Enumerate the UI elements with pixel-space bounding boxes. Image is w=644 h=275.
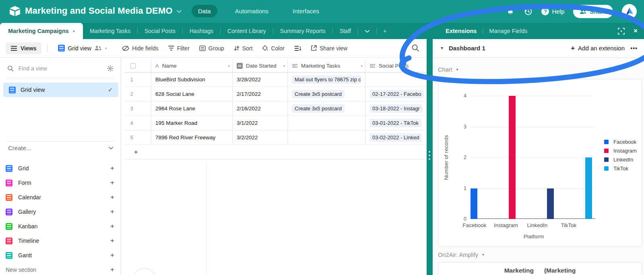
create-kanban-view[interactable]: Kanban+: [0, 219, 121, 234]
nav-interfaces[interactable]: Interfaces: [286, 5, 326, 17]
tab-summary-reports[interactable]: Summary Reports: [273, 28, 332, 34]
cell-social-posts[interactable]: 02-17-2022 - Facebo: [365, 87, 427, 101]
table-row[interactable]: 1 BlueBird Subdivision 3/28/2022 Mail ou…: [125, 72, 427, 87]
cell-social-posts[interactable]: [365, 72, 427, 87]
tab-hashtags[interactable]: Hashtags: [183, 28, 220, 34]
add-icon[interactable]: +: [110, 164, 114, 172]
dashboard-title[interactable]: Dashboard 1: [449, 45, 485, 52]
cell-marketing-tasks[interactable]: [288, 130, 365, 145]
add-table-button[interactable]: +: [377, 28, 393, 34]
cell-marketing-tasks[interactable]: Mail out flyers to 78675 zip co: [288, 72, 365, 87]
tab-staff[interactable]: Staff: [333, 28, 358, 34]
tab-marketing-tasks[interactable]: Marketing Tasks: [83, 28, 137, 34]
nav-data[interactable]: Data: [192, 5, 217, 17]
sort-button[interactable]: Sort: [229, 45, 258, 52]
chevron-down-icon[interactable]: ▾: [283, 64, 285, 68]
cell-marketing-tasks[interactable]: [288, 116, 365, 130]
add-icon[interactable]: +: [110, 222, 114, 230]
chevron-down-icon[interactable]: ▾: [228, 64, 230, 68]
group-button[interactable]: Group: [194, 45, 229, 52]
cell-social-posts[interactable]: 03-01-2022 - TikTok: [365, 116, 427, 130]
bar-linkedin[interactable]: [547, 188, 554, 219]
search-button[interactable]: [411, 44, 419, 54]
tab-extensions[interactable]: Extensions: [446, 28, 477, 34]
on2air-extension-selector[interactable]: On2Air: Amplify▼: [438, 252, 485, 258]
cell-social-posts[interactable]: 03-18-2022 - Instagr: [365, 101, 427, 116]
select-all-checkbox[interactable]: [130, 63, 136, 68]
add-record-row[interactable]: +: [125, 145, 427, 159]
add-record-floating-button[interactable]: +: [133, 268, 156, 275]
chevron-down-icon[interactable]: ▾: [361, 64, 363, 68]
create-timeline-view[interactable]: Timeline+: [0, 234, 121, 248]
cell-name[interactable]: BlueBird Subdivision: [151, 72, 233, 87]
cell-date[interactable]: 3/1/2022: [233, 116, 288, 130]
table-row[interactable]: 4 195 Marker Road 3/1/2022 03-01-2022 - …: [125, 116, 427, 130]
notifications-bell-icon[interactable]: [506, 7, 515, 16]
chart-extension-selector[interactable]: Chart▼: [438, 66, 459, 73]
cell-name[interactable]: 2964 Rose Lane: [151, 101, 233, 116]
create-calendar-view[interactable]: Calendar+: [0, 190, 121, 205]
create-gallery-view[interactable]: Gallery+: [0, 205, 121, 219]
add-icon[interactable]: +: [110, 237, 114, 245]
cell-date[interactable]: 3/28/2022: [233, 72, 288, 87]
column-header-social-posts[interactable]: Social Posts: [365, 60, 427, 72]
grid-view-selector[interactable]: Grid view ▾: [53, 45, 111, 52]
base-title-chevron-icon[interactable]: [176, 10, 182, 13]
tabs-expand-chevron-icon[interactable]: [358, 28, 376, 34]
column-header-marketing-tasks[interactable]: Marketing Tasks▾: [288, 60, 365, 72]
sidebar-item-grid-view[interactable]: Grid view ✓: [3, 83, 118, 97]
more-options-icon[interactable]: •••: [630, 45, 638, 52]
airtable-logo-icon[interactable]: [9, 6, 21, 17]
row-height-button[interactable]: [289, 45, 306, 51]
tab-social-posts[interactable]: Social Posts: [138, 28, 182, 34]
share-view-button[interactable]: Share view: [306, 45, 352, 52]
account-avatar[interactable]: [622, 4, 637, 19]
cell-marketing-tasks[interactable]: Create 3x5 postcard: [288, 87, 365, 101]
bar-facebook[interactable]: [471, 188, 477, 219]
cell-marketing-tasks[interactable]: Create 3x5 postcard: [288, 101, 365, 116]
add-icon[interactable]: +: [110, 179, 114, 187]
share-button[interactable]: Share: [573, 5, 613, 18]
add-icon[interactable]: +: [110, 266, 114, 274]
create-grid-view[interactable]: Grid+: [0, 161, 121, 176]
column-header-name[interactable]: A Name▾: [151, 60, 233, 72]
add-icon[interactable]: +: [110, 251, 114, 259]
nav-automations[interactable]: Automations: [229, 5, 275, 17]
views-button[interactable]: Views: [6, 42, 41, 54]
tab-marketing-campaigns[interactable]: Marketing Campaigns ▾: [0, 23, 83, 39]
cell-date[interactable]: 2/16/2022: [233, 101, 288, 116]
table-row[interactable]: 2 628 Social Lane 2/17/2022 Create 3x5 p…: [125, 87, 427, 101]
tab-manage-fields[interactable]: Manage Fields: [489, 28, 527, 34]
cell-social-posts[interactable]: 03-02-2022 - Linked: [365, 130, 427, 145]
close-icon[interactable]: ×: [634, 27, 638, 35]
create-gantt-view[interactable]: Gantt+: [0, 248, 121, 263]
history-icon[interactable]: [524, 7, 533, 16]
cell-date[interactable]: 2/17/2022: [233, 87, 288, 101]
collapse-chevron-icon[interactable]: ▼: [440, 46, 444, 50]
find-view-search[interactable]: [7, 63, 114, 74]
cell-name[interactable]: 7896 Red River Freeway: [151, 130, 233, 145]
table-row[interactable]: 3 2964 Rose Lane 2/16/2022 Create 3x5 po…: [125, 101, 427, 116]
cell-name[interactable]: 195 Marker Road: [151, 116, 233, 130]
add-icon[interactable]: +: [110, 193, 114, 201]
create-form-view[interactable]: Form+: [0, 176, 121, 190]
color-button[interactable]: Color: [257, 45, 289, 52]
add-extension-button[interactable]: + Add an extension: [571, 44, 625, 52]
add-icon[interactable]: +: [110, 208, 114, 216]
base-title[interactable]: Marketing and Social Media DEMO: [25, 6, 173, 16]
gear-icon[interactable]: [107, 65, 114, 72]
fullscreen-icon[interactable]: [618, 28, 625, 35]
filter-button[interactable]: Filter: [163, 45, 194, 52]
tab-content-library[interactable]: Content Library: [221, 28, 273, 34]
bar-instagram[interactable]: [509, 96, 516, 219]
cell-date[interactable]: 3/2/2022: [233, 130, 288, 145]
column-header-date-started[interactable]: 31 Date Started▾: [233, 60, 288, 72]
panel-resize-handle[interactable]: [427, 23, 433, 275]
find-view-input[interactable]: [19, 65, 102, 72]
cell-name[interactable]: 628 Social Lane: [151, 87, 233, 101]
help-button[interactable]: ? Help: [541, 8, 564, 15]
bar-tiktok[interactable]: [585, 157, 592, 219]
table-row[interactable]: 5 7896 Red River Freeway 3/2/2022 03-02-…: [125, 130, 427, 145]
hide-fields-button[interactable]: Hide fields: [117, 45, 163, 52]
create-section-header[interactable]: Create...: [8, 145, 114, 151]
